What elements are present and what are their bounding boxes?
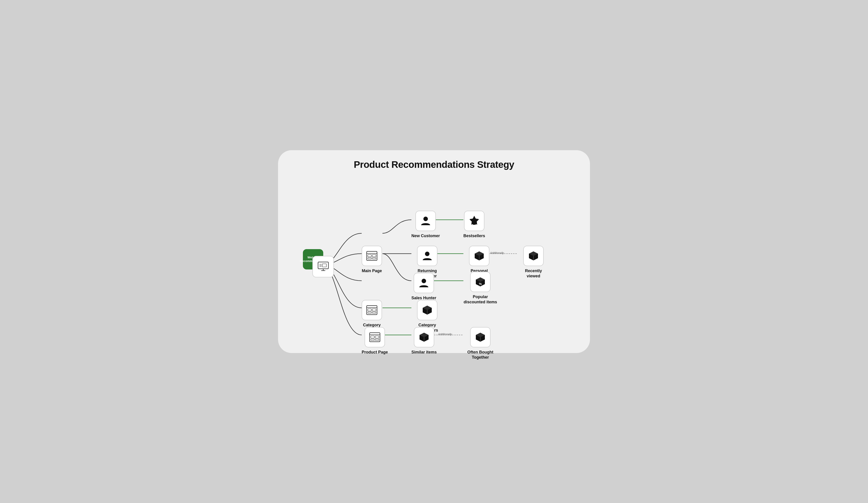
node-category: Category	[362, 300, 382, 328]
svg-rect-19	[368, 258, 371, 259]
root-box	[312, 256, 334, 277]
often-bought-icon	[474, 331, 486, 343]
similar-items-label: Similar items	[411, 350, 437, 355]
often-bought-box	[470, 327, 490, 347]
sales-hunter-box	[414, 273, 434, 293]
bestsellers-label: Bestsellers	[463, 233, 485, 239]
main-page-box	[362, 246, 382, 266]
svg-rect-20	[372, 258, 376, 259]
category-bestsellers-icon	[421, 304, 433, 316]
personal-selection-icon	[473, 250, 485, 262]
often-bought-label: Often Bought Together	[463, 350, 497, 360]
svg-point-21	[423, 217, 428, 221]
node-sales-hunter: Sales Hunter	[411, 273, 436, 301]
recently-viewed-label: Recently viewed	[518, 268, 549, 279]
personal-selection-box	[469, 246, 489, 266]
svg-rect-40	[368, 312, 371, 313]
monitor-icon	[317, 261, 329, 272]
svg-rect-14	[322, 264, 327, 267]
svg-rect-39	[372, 309, 376, 311]
node-bestsellers: Bestsellers	[463, 211, 485, 239]
similar-items-box	[414, 327, 434, 347]
returning-customer-icon	[422, 250, 433, 262]
svg-rect-25	[473, 222, 476, 225]
product-page-icon	[369, 332, 381, 343]
main-page-icon	[366, 251, 378, 261]
product-page-box	[365, 327, 385, 347]
popular-discounted-icon: %	[474, 276, 486, 288]
node-popular-discounted: % Popular discounted items	[463, 272, 497, 305]
category-box	[362, 300, 382, 320]
svg-rect-49	[371, 339, 374, 340]
similar-items-icon	[418, 331, 430, 343]
svg-rect-38	[368, 309, 371, 311]
node-often-bought: Often Bought Together	[463, 327, 497, 360]
category-icon	[366, 305, 378, 315]
diagram-container: Product Recommendations Strategy	[278, 150, 590, 353]
page-title: Product Recommendations Strategy	[292, 159, 576, 170]
node-root	[312, 256, 334, 277]
diagram-body: Additionally Additionally WebsiteRecomme…	[292, 179, 576, 342]
svg-rect-17	[368, 254, 371, 257]
svg-point-23	[422, 279, 426, 283]
svg-rect-41	[372, 312, 376, 313]
product-page-label: Product Page	[362, 350, 388, 355]
svg-rect-48	[375, 336, 379, 338]
svg-rect-18	[372, 254, 376, 257]
bestsellers-box	[464, 211, 484, 231]
svg-text:%: %	[479, 282, 482, 286]
popular-discounted-box: %	[470, 272, 490, 292]
recently-viewed-box	[523, 246, 544, 266]
recently-viewed-icon	[528, 250, 539, 262]
new-customer-icon	[420, 215, 431, 227]
svg-rect-50	[375, 339, 379, 340]
svg-point-22	[425, 252, 430, 256]
popular-discounted-label: Popular discounted items	[463, 294, 497, 305]
category-bestsellers-box	[417, 300, 437, 320]
bestsellers-icon	[468, 215, 480, 227]
sales-hunter-icon	[418, 277, 429, 289]
main-page-label: Main Page	[362, 268, 382, 273]
new-customer-label: New Customer	[411, 233, 440, 239]
additionally-label-2: Additionally	[438, 333, 452, 336]
new-customer-box	[415, 211, 436, 231]
node-recently-viewed: Recently viewed	[518, 246, 549, 279]
node-new-customer: New Customer	[411, 211, 440, 239]
node-product-page: Product Page	[362, 327, 388, 355]
node-similar-items: Similar items	[411, 327, 437, 355]
svg-rect-47	[371, 336, 374, 338]
node-main-page: Main Page	[362, 246, 382, 273]
returning-customer-box	[417, 246, 437, 266]
